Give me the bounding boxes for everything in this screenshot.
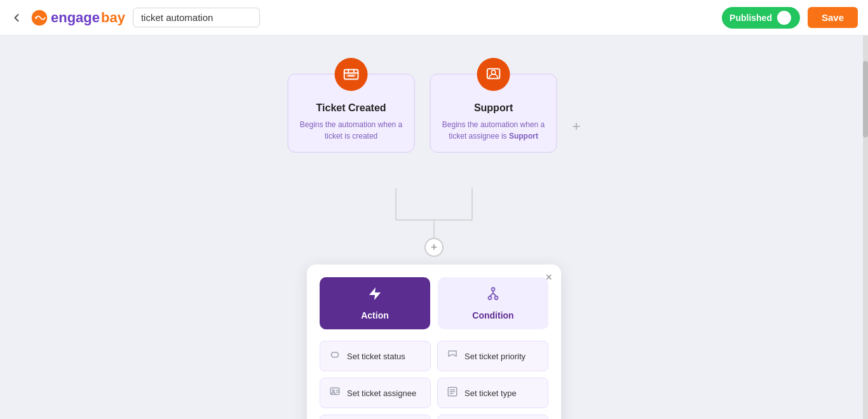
connector-lines xyxy=(351,188,517,245)
automation-title-input[interactable] xyxy=(133,8,260,27)
back-button[interactable] xyxy=(10,11,23,24)
svg-point-15 xyxy=(489,296,492,299)
svg-point-11 xyxy=(492,288,495,291)
svg-point-5 xyxy=(491,71,496,75)
header: engagebay Published Save xyxy=(0,0,868,36)
action-item-set-ticket-type-label: Set ticket type xyxy=(465,388,517,398)
condition-icon xyxy=(485,286,501,301)
action-item-set-ticket-status[interactable]: Set ticket status xyxy=(320,341,431,371)
ticket-type-icon xyxy=(447,386,458,400)
svg-marker-10 xyxy=(369,287,381,300)
ticket-created-icon-wrap xyxy=(335,58,368,91)
trigger-area: Ticket Created Begins the automation whe… xyxy=(288,74,581,153)
ticket-created-title: Ticket Created xyxy=(299,102,404,114)
ticket-created-body: Ticket Created Begins the automation whe… xyxy=(299,102,404,142)
trigger-card-support[interactable]: Support Begins the automation when a tic… xyxy=(430,74,557,153)
action-item-set-ticket-assignee-label: Set ticket assignee xyxy=(347,388,416,398)
action-tab-icon xyxy=(367,286,383,305)
ticket-status-icon xyxy=(329,349,341,363)
action-item-set-ticket-status-label: Set ticket status xyxy=(347,352,405,361)
support-icon xyxy=(485,66,502,83)
svg-point-16 xyxy=(495,296,498,299)
ticket-icon xyxy=(343,66,360,83)
action-items-grid: Set ticket status Set ticket priority xyxy=(320,341,548,419)
support-icon-wrap xyxy=(477,58,510,91)
action-condition-panel: × Action xyxy=(307,264,561,419)
scrollbar[interactable] xyxy=(863,36,868,419)
panel-close-button[interactable]: × xyxy=(545,271,552,284)
published-toggle[interactable]: Published xyxy=(722,7,800,29)
tab-action[interactable]: Action xyxy=(320,277,430,329)
logo-engage-text: engage xyxy=(51,10,100,26)
tab-condition[interactable]: Condition xyxy=(438,277,548,329)
svg-point-18 xyxy=(332,390,334,392)
logo-bay-text: bay xyxy=(101,10,125,26)
action-item-set-ticket-priority-label: Set ticket priority xyxy=(465,352,526,361)
action-item-set-ticket-type[interactable]: Set ticket type xyxy=(437,378,548,408)
bolt-icon xyxy=(367,286,383,301)
action-item-add-to-sequence[interactable]: Add to sequence xyxy=(320,415,431,419)
trigger-card-ticket-created[interactable]: Ticket Created Begins the automation whe… xyxy=(288,74,415,153)
action-item-remove-from-sequence[interactable]: Remove from sequence xyxy=(437,415,548,419)
action-item-set-ticket-priority[interactable]: Set ticket priority xyxy=(437,341,548,371)
support-title: Support xyxy=(441,102,546,114)
published-label: Published xyxy=(729,13,772,23)
add-node-button[interactable]: + xyxy=(424,238,444,257)
support-desc-bold: Support xyxy=(509,132,538,141)
condition-tab-icon xyxy=(485,286,501,305)
scrollbar-thumb xyxy=(863,61,868,137)
support-body: Support Begins the automation when a tic… xyxy=(441,102,546,142)
save-button[interactable]: Save xyxy=(808,7,858,28)
canvas: Ticket Created Begins the automation whe… xyxy=(0,36,868,419)
logo-icon xyxy=(31,9,48,27)
toggle-circle xyxy=(777,11,791,25)
support-desc: Begins the automation when a ticket assi… xyxy=(441,119,546,142)
panel-tabs: Action Condition xyxy=(320,277,548,329)
action-item-set-ticket-assignee[interactable]: Set ticket assignee xyxy=(320,378,431,408)
ticket-priority-icon xyxy=(447,349,458,363)
action-tab-label: Action xyxy=(361,310,389,320)
svg-rect-3 xyxy=(346,74,356,77)
ticket-created-desc: Begins the automation when a ticket is c… xyxy=(299,119,404,142)
svg-point-1 xyxy=(35,17,37,19)
logo[interactable]: engagebay xyxy=(31,9,125,27)
ticket-assignee-icon xyxy=(329,386,341,400)
add-trigger-button[interactable]: + xyxy=(573,118,581,135)
condition-tab-label: Condition xyxy=(472,310,513,320)
